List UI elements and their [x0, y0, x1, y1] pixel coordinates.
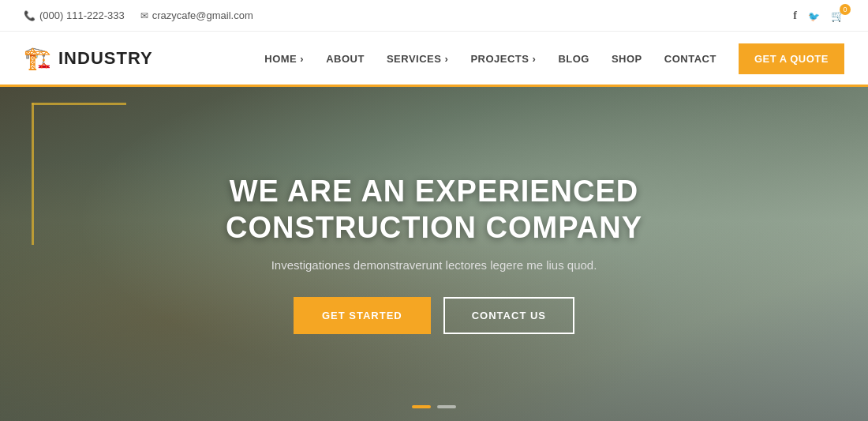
- hero-buttons: GET STARTED CONTACT US: [226, 297, 642, 334]
- nav-link-home[interactable]: HOME ›: [264, 53, 304, 65]
- nav-menu: HOME › ABOUT SERVICES › PROJECTS › BLOG …: [264, 51, 844, 66]
- email-info: crazycafe@gmail.com: [140, 9, 253, 21]
- nav-item-cta[interactable]: GET A QUOTE: [739, 51, 844, 66]
- topbar-social: 0: [793, 9, 844, 23]
- nav-link-shop[interactable]: SHOP: [612, 53, 642, 65]
- logo-icon: 🏗️: [24, 45, 52, 71]
- twitter-link[interactable]: [808, 9, 820, 22]
- nav-link-contact[interactable]: CONTACT: [664, 53, 716, 65]
- nav-link-services[interactable]: SERVICES ›: [387, 53, 448, 65]
- hero-title: WE ARE AN EXPERIENCED CONSTRUCTION COMPA…: [226, 174, 642, 246]
- phone-icon: [24, 10, 36, 21]
- nav-item-blog[interactable]: BLOG: [558, 51, 589, 66]
- phone-info: (000) 111-222-333: [24, 9, 125, 21]
- nav-link-projects[interactable]: PROJECTS ›: [470, 53, 536, 65]
- nav-item-shop[interactable]: SHOP: [612, 51, 642, 66]
- hero-title-line1: WE ARE AN EXPERIENCED: [230, 175, 639, 208]
- contact-us-button[interactable]: CONTACT US: [443, 297, 574, 334]
- email-address: crazycafe@gmail.com: [152, 9, 253, 21]
- crane-vertical: [32, 103, 34, 245]
- hero-subtitle: Investigationes demonstraverunt lectores…: [226, 258, 642, 272]
- get-started-button[interactable]: GET STARTED: [294, 297, 431, 334]
- crane-arm: [32, 103, 126, 105]
- topbar-contact-info: (000) 111-222-333 crazycafe@gmail.com: [24, 9, 253, 21]
- mail-icon: [140, 10, 148, 21]
- topbar: (000) 111-222-333 crazycafe@gmail.com 0: [0, 0, 868, 32]
- slider-dots: [412, 405, 456, 408]
- facebook-icon: [793, 9, 797, 21]
- nav-link-blog[interactable]: BLOG: [558, 53, 589, 65]
- nav-item-contact[interactable]: CONTACT: [664, 51, 716, 66]
- nav-item-home[interactable]: HOME ›: [264, 51, 304, 66]
- slider-dot-2[interactable]: [437, 405, 456, 408]
- hero-title-line2: CONSTRUCTION COMPANY: [226, 211, 642, 244]
- phone-number: (000) 111-222-333: [39, 9, 125, 21]
- hero-section: WE ARE AN EXPERIENCED CONSTRUCTION COMPA…: [0, 87, 868, 421]
- nav-item-projects[interactable]: PROJECTS ›: [470, 51, 536, 66]
- facebook-link[interactable]: [793, 9, 797, 22]
- nav-link-about[interactable]: ABOUT: [326, 53, 365, 65]
- slider-dot-1[interactable]: [412, 405, 431, 408]
- logo[interactable]: 🏗️ INDUSTRY: [24, 45, 153, 71]
- twitter-icon: [808, 9, 820, 22]
- cart-wrapper[interactable]: 0: [831, 9, 844, 23]
- nav-item-services[interactable]: SERVICES ›: [387, 51, 448, 66]
- navbar: 🏗️ INDUSTRY HOME › ABOUT SERVICES › PROJ…: [0, 32, 868, 87]
- logo-text: INDUSTRY: [58, 48, 153, 69]
- nav-link-cta[interactable]: GET A QUOTE: [739, 43, 844, 74]
- hero-content: WE ARE AN EXPERIENCED CONSTRUCTION COMPA…: [210, 174, 658, 334]
- cart-badge: 0: [840, 4, 851, 15]
- nav-item-about[interactable]: ABOUT: [326, 51, 365, 66]
